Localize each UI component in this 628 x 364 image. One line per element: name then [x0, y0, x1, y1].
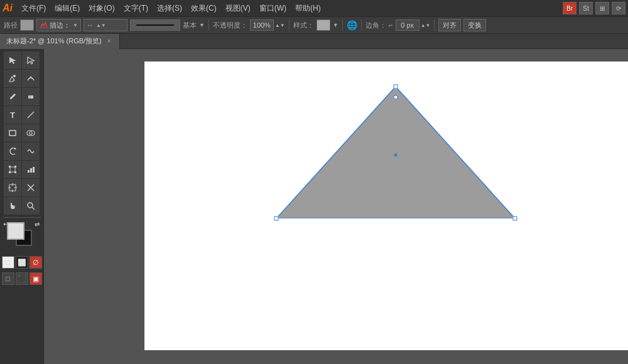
- transform-button[interactable]: 变换: [463, 19, 486, 31]
- document-tab[interactable]: 未标题-2* @ 101% (RGB/预览) ×: [0, 34, 120, 49]
- toolbar: 路径 描边： ▼ ↔ ▲▼ 基本 ▼ 不透明度： ▲▼ 样式： ▼ 🌐 边角： …: [0, 16, 628, 34]
- color-area: ⇄ ↩: [3, 220, 41, 251]
- tool-row-5: [0, 124, 43, 142]
- interpolate-value-arrow: ▲▼: [96, 23, 106, 28]
- svg-marker-2: [28, 57, 35, 64]
- toolbar-separator-1: [208, 19, 209, 31]
- tab-bar: 未标题-2* @ 101% (RGB/预览) ×: [0, 34, 628, 49]
- interpolate-value-dropdown[interactable]: ↔ ▲▼: [84, 19, 127, 31]
- select-tool[interactable]: [4, 51, 21, 69]
- stock-icon[interactable]: St: [579, 2, 593, 14]
- corner-icon: ⌐: [389, 21, 393, 29]
- tool-row-8: [0, 179, 43, 196]
- tool-row-6: [0, 142, 43, 160]
- shape-builder-tool[interactable]: [22, 124, 40, 142]
- workspace-icon[interactable]: ⊞: [595, 2, 609, 14]
- tab-label: 未标题-2* @ 101% (RGB/预览): [6, 36, 102, 46]
- anchor-bottom-right[interactable]: [513, 217, 517, 221]
- color-swap-icon[interactable]: ⇄: [35, 221, 40, 228]
- line-tool[interactable]: [22, 106, 40, 124]
- bridge-icon[interactable]: Br: [563, 2, 577, 14]
- slice-tool[interactable]: [22, 179, 40, 196]
- svg-rect-0: [40, 27, 48, 29]
- align-button[interactable]: 对齐: [438, 19, 461, 31]
- globe-icon[interactable]: 🌐: [347, 20, 357, 30]
- foreground-color-swatch[interactable]: [7, 222, 24, 240]
- basic-label: 基本: [183, 21, 197, 30]
- type-icon: T: [10, 110, 15, 120]
- toolbar-separator-4: [361, 19, 362, 31]
- interpolate-arrow: ▼: [73, 23, 78, 28]
- svg-rect-17: [28, 170, 30, 173]
- svg-rect-14: [14, 166, 16, 168]
- toolbar-separator-3: [342, 19, 343, 31]
- menu-object[interactable]: 对象(O): [85, 2, 118, 15]
- svg-line-7: [28, 112, 34, 118]
- hand-tool[interactable]: [4, 197, 21, 215]
- sync-icon[interactable]: ⟳: [612, 2, 625, 14]
- menu-bar: Ai 文件(F) 编辑(E) 对象(O) 文字(T) 选择(S) 效果(C) 视…: [0, 0, 628, 16]
- opacity-input[interactable]: [250, 19, 274, 31]
- stroke-line-visual: [136, 24, 174, 26]
- corner-label: 边角：: [365, 21, 386, 30]
- tab-close-button[interactable]: ×: [106, 38, 113, 45]
- column-graph-tool[interactable]: [22, 161, 40, 178]
- opacity-label: 不透明度：: [213, 21, 247, 30]
- anchor-top-circle[interactable]: [394, 95, 398, 99]
- rotate-tool[interactable]: [4, 142, 21, 160]
- warp-tool[interactable]: [22, 142, 40, 160]
- pen-mode-dropdown[interactable]: 描边： ▼: [36, 19, 81, 31]
- curvature-tool[interactable]: [22, 70, 40, 87]
- svg-line-28: [32, 207, 35, 210]
- stroke-mode-button[interactable]: ⬜: [16, 256, 28, 269]
- menu-select[interactable]: 选择(S): [153, 2, 186, 15]
- triangle-shape-container[interactable]: [276, 87, 515, 218]
- svg-point-3: [13, 75, 16, 77]
- fill-swatch[interactable]: [20, 19, 34, 31]
- anchor-top[interactable]: [394, 85, 398, 89]
- rect-tool[interactable]: [4, 124, 21, 142]
- anchor-bottom-left[interactable]: [274, 217, 279, 221]
- direct-select-tool[interactable]: [22, 51, 40, 69]
- tool-row-9: [0, 197, 43, 215]
- svg-rect-13: [9, 166, 11, 168]
- menu-window[interactable]: 窗口(W): [256, 2, 290, 15]
- opacity-arrow: ▲▼: [275, 23, 285, 28]
- corner-input[interactable]: [396, 19, 420, 31]
- free-transform-tool[interactable]: [4, 161, 21, 178]
- toolbar-separator-2: [289, 19, 290, 31]
- svg-rect-8: [9, 131, 16, 136]
- svg-rect-18: [30, 168, 32, 173]
- opacity-control: ▲▼: [250, 19, 285, 31]
- app-logo: Ai: [3, 3, 13, 14]
- svg-rect-15: [9, 171, 11, 173]
- fill-mode-button[interactable]: □: [2, 256, 14, 269]
- tool-separator: [3, 217, 41, 218]
- fullscreen2-mode-button[interactable]: ▣: [30, 272, 42, 285]
- corner-controls: ▲▼: [396, 19, 431, 31]
- menu-file[interactable]: 文件(F): [18, 2, 50, 15]
- normal-mode-button[interactable]: □: [2, 272, 14, 285]
- type-tool[interactable]: T: [4, 106, 21, 124]
- zoom-tool[interactable]: [22, 197, 40, 215]
- none-mode-button[interactable]: ∅: [30, 256, 42, 269]
- tool-row-4: T: [0, 106, 43, 124]
- triangle-svg: [276, 87, 515, 218]
- fullscreen-mode-button[interactable]: ⬛: [16, 272, 28, 285]
- pen-tool[interactable]: [4, 70, 21, 87]
- pencil-tool[interactable]: [4, 88, 21, 105]
- tool-row-2: [0, 70, 43, 87]
- menu-text[interactable]: 文字(T): [120, 2, 152, 15]
- eraser-tool[interactable]: [22, 88, 40, 105]
- tool-row-1: [0, 51, 43, 69]
- svg-rect-12: [10, 167, 15, 172]
- center-point: [394, 154, 398, 157]
- menu-effect[interactable]: 效果(C): [187, 2, 220, 15]
- menu-help[interactable]: 帮助(H): [291, 2, 325, 15]
- menu-view[interactable]: 视图(V): [222, 2, 254, 15]
- main-area: T: [0, 49, 628, 364]
- style-swatch[interactable]: [317, 19, 330, 31]
- artboard-tool[interactable]: [4, 179, 21, 196]
- canvas-area[interactable]: [44, 49, 628, 364]
- menu-edit[interactable]: 编辑(E): [51, 2, 84, 15]
